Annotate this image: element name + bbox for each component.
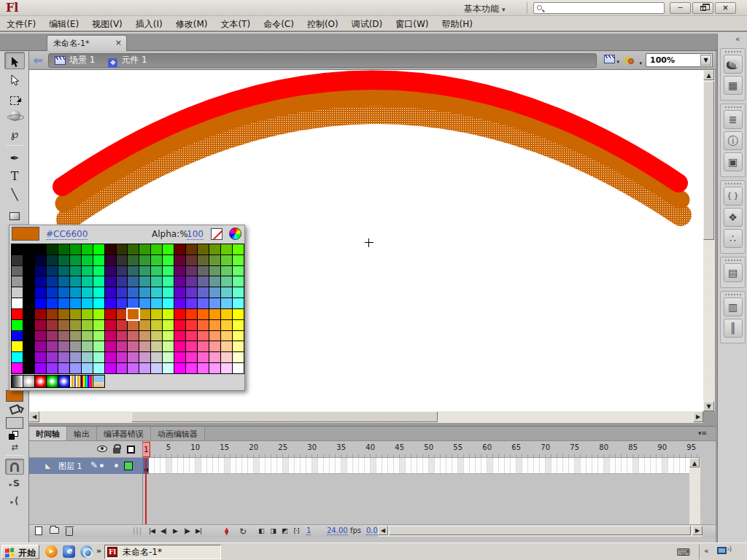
fill-bucket-icon[interactable] <box>0 405 29 413</box>
subselection-tool[interactable] <box>4 70 25 88</box>
motion-presets-panel-icon[interactable]: ∴ <box>724 229 743 248</box>
color-panel-icon[interactable] <box>724 55 743 74</box>
project-panel-icon[interactable]: ▥ <box>724 298 743 316</box>
palette-swatch[interactable] <box>58 331 69 341</box>
palette-swatch[interactable] <box>221 244 232 254</box>
palette-swatch[interactable] <box>47 320 58 330</box>
palette-swatch[interactable] <box>233 352 244 362</box>
new-folder-button[interactable] <box>50 525 59 535</box>
palette-swatch[interactable] <box>233 341 244 351</box>
palette-swatch[interactable] <box>58 244 69 254</box>
palette-swatch[interactable] <box>209 309 220 319</box>
palette-swatch[interactable] <box>70 320 81 330</box>
palette-swatch[interactable] <box>221 298 232 308</box>
palette-swatch[interactable] <box>70 363 81 373</box>
palette-swatch[interactable] <box>174 266 185 276</box>
palette-swatch[interactable] <box>12 276 23 287</box>
scroll-up-icon[interactable]: ▲ <box>689 458 700 467</box>
palette-swatch[interactable] <box>35 309 46 319</box>
free-transform-tool[interactable] <box>4 88 25 106</box>
playback-button[interactable]: ▶ <box>169 527 181 534</box>
black-white-colors-button[interactable] <box>9 431 20 441</box>
palette-swatch[interactable] <box>174 276 185 287</box>
palette-swatch[interactable] <box>35 341 46 351</box>
onion-skin-icon[interactable]: ◩ <box>279 527 290 534</box>
gradient-swatch-stripes-rainbow[interactable] <box>82 376 93 387</box>
palette-swatch[interactable] <box>174 341 185 351</box>
palette-swatch[interactable] <box>23 331 34 341</box>
swatches-panel-icon[interactable]: ▦ <box>724 76 743 95</box>
dock-collapse-button[interactable]: « <box>728 35 747 45</box>
palette-swatch[interactable] <box>23 276 34 287</box>
palette-swatch[interactable] <box>139 309 150 319</box>
palette-swatch[interactable] <box>105 363 116 373</box>
palette-swatch[interactable] <box>151 298 162 308</box>
restore-button[interactable] <box>692 2 713 14</box>
palette-swatch[interactable] <box>209 331 220 341</box>
palette-swatch[interactable] <box>174 287 185 298</box>
group-gripper[interactable] <box>725 51 741 52</box>
menu-item[interactable]: 文件(F) <box>0 16 42 31</box>
palette-swatch[interactable] <box>93 244 104 254</box>
palette-swatch[interactable] <box>47 266 58 276</box>
palette-swatch[interactable] <box>221 341 232 351</box>
palette-swatch[interactable] <box>163 255 174 265</box>
search-box[interactable] <box>533 2 665 14</box>
palette-swatch[interactable] <box>82 341 93 351</box>
minimize-button[interactable]: ─ <box>670 2 691 14</box>
layer-frames-row[interactable] <box>143 458 697 474</box>
gradient-swatch-radial-white[interactable] <box>23 376 34 387</box>
palette-swatch[interactable] <box>58 320 69 330</box>
palette-swatch[interactable] <box>128 276 139 287</box>
palette-swatch[interactable] <box>12 352 23 362</box>
menu-item[interactable]: 窗口(W) <box>389 16 435 31</box>
palette-swatch[interactable] <box>151 363 162 373</box>
3d-rotation-tool[interactable] <box>4 106 25 124</box>
no-color-button[interactable] <box>211 228 222 240</box>
transform-panel-icon[interactable]: ▣ <box>724 152 743 171</box>
palette-swatch[interactable] <box>35 352 46 362</box>
scroll-up-icon[interactable]: ▲ <box>703 70 714 80</box>
palette-swatch[interactable] <box>233 331 244 341</box>
gradient-swatch-linear-gray[interactable] <box>12 376 23 387</box>
palette-swatch[interactable] <box>198 276 209 287</box>
palette-swatch[interactable] <box>233 320 244 330</box>
palette-swatch[interactable] <box>163 341 174 351</box>
group-gripper[interactable] <box>725 260 741 261</box>
info-panel-icon[interactable]: ⓘ <box>724 131 743 150</box>
palette-swatch[interactable] <box>151 331 162 341</box>
palette-swatch[interactable] <box>47 276 58 287</box>
palette-swatch[interactable] <box>174 320 185 330</box>
palette-swatch[interactable] <box>151 320 162 330</box>
delete-layer-button[interactable] <box>66 526 73 537</box>
palette-swatch[interactable] <box>93 255 104 265</box>
palette-swatch[interactable] <box>93 341 104 351</box>
scroll-down-icon[interactable]: ▼ <box>703 401 714 411</box>
group-gripper[interactable] <box>725 106 741 108</box>
pen-tool[interactable]: ✒ <box>4 149 25 166</box>
gradient-swatch-radial-blue[interactable] <box>58 376 69 387</box>
palette-swatch[interactable] <box>47 352 58 362</box>
palette-swatch[interactable] <box>117 287 128 298</box>
palette-swatch[interactable] <box>35 266 46 276</box>
palette-swatch[interactable] <box>209 244 220 254</box>
center-frame-icon[interactable]: ⧫ <box>225 526 228 536</box>
palette-swatch[interactable] <box>221 320 232 330</box>
hex-value-field[interactable]: #CC6600 <box>46 229 88 240</box>
hscroll-thumb[interactable] <box>131 411 438 422</box>
palette-swatch[interactable] <box>209 266 220 276</box>
palette-swatch[interactable] <box>209 341 220 351</box>
palette-swatch[interactable] <box>93 276 104 287</box>
palette-swatch[interactable] <box>163 363 174 373</box>
palette-swatch[interactable] <box>35 255 46 265</box>
palette-swatch[interactable] <box>186 287 197 298</box>
palette-swatch[interactable] <box>209 352 220 362</box>
palette-swatch[interactable] <box>198 331 209 341</box>
panel-menu-icon[interactable]: ▾≡ <box>698 429 707 437</box>
align-panel-icon[interactable]: ≣ <box>724 110 743 129</box>
palette-swatch[interactable] <box>117 244 128 254</box>
edit-symbol-button[interactable]: ▾ <box>623 54 638 66</box>
palette-swatch[interactable] <box>117 352 128 362</box>
taskbar-task-button[interactable]: Fl 未命名-1* <box>104 545 221 559</box>
palette-swatch[interactable] <box>70 244 81 254</box>
